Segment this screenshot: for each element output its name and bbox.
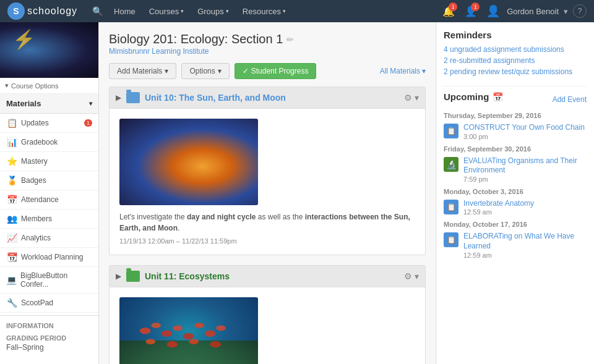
- course-options-chevron: ▾: [5, 82, 9, 90]
- event-icon-0-0: 📋: [444, 124, 458, 138]
- notification-bell-1[interactable]: 🔔 1: [440, 2, 457, 20]
- unit-11-folder-icon: [126, 271, 140, 282]
- sidebar-item-workload-label: Workload Planning: [21, 253, 84, 261]
- student-progress-button[interactable]: ✓ Student Progress: [235, 63, 317, 79]
- sidebar-item-members-label: Members: [21, 214, 52, 223]
- event-time-3-0: 12:59 am: [463, 252, 587, 259]
- unit-10-description: Let's investigate the day and night cycl…: [119, 211, 415, 234]
- sidebar-item-gradebook[interactable]: 📊 Gradebook: [0, 133, 98, 152]
- unit-10-chevron: ▶: [116, 93, 121, 102]
- svg-point-10: [189, 339, 199, 344]
- student-progress-label: Student Progress: [251, 67, 309, 75]
- institution-link[interactable]: Mimisbrunnr Learning Institute: [109, 47, 209, 56]
- materials-chevron[interactable]: ▾: [89, 100, 92, 107]
- notification-bell-2[interactable]: 👤 1: [462, 2, 480, 20]
- svg-point-3: [173, 326, 183, 331]
- event-title-2-0[interactable]: Invertebrate Anatomy: [463, 199, 587, 209]
- upcoming-title: Upcoming 📅: [444, 91, 503, 102]
- options-button[interactable]: Options ▾: [181, 63, 229, 79]
- event-details-0-0: CONSTRUCT Your Own Food Chain 3:00 pm: [463, 123, 587, 140]
- unit-11-header[interactable]: ▶ Unit 11: Ecosystems ⚙ ▾: [109, 265, 426, 287]
- sidebar-item-badges-label: Badges: [21, 176, 46, 185]
- svg-point-4: [183, 333, 194, 340]
- page-header: Biology 201: Ecology: Section 1 ✏ Mimisb…: [109, 32, 426, 56]
- page-layout: ⚡ ▾ Course Options Materials ▾ 📋 Updates…: [0, 22, 594, 364]
- scootpad-icon: 🔧: [6, 298, 17, 308]
- logo-text: schoology: [27, 6, 77, 17]
- unit-10-content: Let's investigate the day and night cycl…: [109, 109, 426, 255]
- unit-11-content: [109, 287, 426, 364]
- updates-icon: 📋: [6, 118, 17, 128]
- sidebar-item-updates[interactable]: 📋 Updates 1: [0, 114, 98, 133]
- calendar-icon: 📅: [493, 92, 503, 102]
- svg-point-6: [205, 330, 216, 337]
- unit-10-header[interactable]: ▶ Unit 10: The Sun, Earth, and Moon ⚙ ▾: [109, 87, 426, 109]
- updates-badge: 1: [84, 119, 92, 127]
- event-details-1-0: EVALUATing Organisms and Their Environme…: [463, 156, 587, 183]
- course-options-toggle[interactable]: ▾ Course Options: [0, 78, 98, 94]
- help-button[interactable]: ?: [573, 4, 587, 18]
- unit-10-gear-icon[interactable]: ⚙ ▾: [404, 93, 419, 103]
- top-navigation: S schoology 🔍 Home Courses▾ Groups▾ Reso…: [0, 0, 594, 22]
- add-event-link[interactable]: Add Event: [553, 95, 587, 104]
- nav-links: Home Courses▾ Groups▾ Resources▾: [108, 4, 292, 19]
- user-avatar[interactable]: 👤: [484, 2, 502, 20]
- svg-point-5: [195, 323, 205, 328]
- nav-resources[interactable]: Resources▾: [236, 4, 292, 19]
- options-label: Options: [189, 67, 215, 75]
- sidebar-item-scootpad[interactable]: 🔧 ScootPad: [0, 294, 98, 313]
- sidebar-item-updates-label: Updates: [21, 119, 49, 127]
- course-title-text: Biology 201: Ecology: Section 1: [109, 32, 283, 46]
- event-item-0-0: 📋 CONSTRUCT Your Own Food Chain 3:00 pm: [444, 123, 587, 140]
- logo[interactable]: S schoology: [7, 2, 77, 20]
- svg-point-9: [167, 341, 178, 348]
- unit-10-image-placeholder: [119, 119, 258, 205]
- user-dropdown-icon[interactable]: ▾: [564, 7, 568, 16]
- unit-11-title: Unit 11: Ecosystems: [145, 271, 399, 281]
- svg-point-8: [146, 339, 156, 344]
- nav-courses[interactable]: Courses▾: [143, 4, 190, 19]
- event-time-0-0: 3:00 pm: [463, 133, 587, 140]
- reminder-link-2[interactable]: 2 pending review test/quiz submissions: [444, 67, 587, 76]
- checkmark-icon: ✓: [243, 67, 249, 75]
- sidebar-item-badges[interactable]: 🏅 Badges: [0, 171, 98, 190]
- unit-11-image: [119, 297, 258, 364]
- user-name[interactable]: Gordon Benoit: [507, 7, 559, 16]
- mastery-icon: ⭐: [6, 156, 17, 166]
- reminder-link-1[interactable]: 2 re-submitted assignments: [444, 56, 587, 65]
- event-title-3-0[interactable]: ELABORATing on What We Have Learned: [463, 232, 587, 251]
- course-thumbnail: ⚡: [0, 22, 98, 78]
- unit-11-gear-icon[interactable]: ⚙ ▾: [404, 271, 419, 281]
- sidebar-item-attendance[interactable]: 📅 Attendance: [0, 190, 98, 210]
- unit-10-image: [119, 119, 258, 205]
- event-item-2-0: 📋 Invertebrate Anatomy 12:59 am: [444, 199, 587, 216]
- course-options-label: Course Options: [11, 82, 58, 90]
- svg-point-11: [210, 341, 222, 348]
- event-item-1-0: 🔬 EVALUATing Organisms and Their Environ…: [444, 156, 587, 183]
- event-title-0-0[interactable]: CONSTRUCT Your Own Food Chain: [463, 123, 587, 133]
- sidebar-item-mastery[interactable]: ⭐ Mastery: [0, 152, 98, 171]
- event-time-1-0: 7:59 pm: [463, 176, 587, 183]
- event-icon-2-0: 📋: [444, 200, 458, 214]
- materials-section-header: Materials ▾: [0, 94, 98, 114]
- event-details-2-0: Invertebrate Anatomy 12:59 am: [463, 199, 587, 216]
- sidebar-item-gradebook-label: Gradebook: [21, 138, 58, 146]
- sidebar-item-workload-planning[interactable]: 📆 Workload Planning: [0, 248, 98, 267]
- date-label-3: Monday, October 17, 2016: [444, 221, 587, 228]
- add-materials-chevron: ▾: [165, 67, 168, 75]
- svg-point-1: [152, 323, 161, 328]
- reminder-link-0[interactable]: 4 ungraded assignment submissions: [444, 45, 587, 54]
- add-materials-button[interactable]: Add Materials ▾: [109, 63, 176, 79]
- event-title-1-0[interactable]: EVALUATing Organisms and Their Environme…: [463, 156, 587, 176]
- nav-groups[interactable]: Groups▾: [191, 4, 235, 19]
- unit-10-title: Unit 10: The Sun, Earth, and Moon: [145, 93, 399, 103]
- sidebar-item-bigbluebutton[interactable]: 💻 BigBlueButton Confer...: [0, 267, 98, 294]
- sidebar-item-analytics[interactable]: 📈 Analytics: [0, 229, 98, 248]
- nav-home[interactable]: Home: [108, 4, 142, 19]
- edit-title-icon[interactable]: ✏: [286, 35, 294, 44]
- materials-filter[interactable]: All Materials ▾: [380, 67, 426, 75]
- sidebar-item-members[interactable]: 👥 Members: [0, 210, 98, 229]
- unit-11-section: ▶ Unit 11: Ecosystems ⚙ ▾: [109, 265, 426, 364]
- search-icon[interactable]: 🔍: [87, 4, 108, 19]
- top-nav-right: 🔔 1 👤 1 👤 Gordon Benoit ▾ ?: [440, 2, 587, 20]
